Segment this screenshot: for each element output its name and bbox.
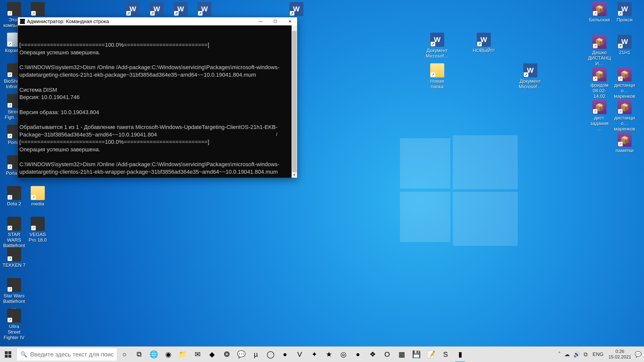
taskbar-search[interactable]: 🔍 bbox=[17, 348, 117, 361]
desktop-icon[interactable]: памятки bbox=[613, 133, 637, 153]
tray-chevron-icon[interactable]: ˄ bbox=[558, 351, 561, 358]
taskbar[interactable]: 🔍 ○⧉🌐◉📁✉◆❂💬µ◯●V✦★◎●❖O▦💾📝S▮ ˄ ☁ 🔊 ⧉ ENG 0… bbox=[0, 346, 644, 362]
taskbar-app-save[interactable]: 💾 bbox=[409, 347, 424, 362]
tray-volume-icon[interactable]: 🔊 bbox=[573, 351, 580, 358]
cmd-title: Администратор: Командная строка bbox=[27, 19, 253, 24]
taskbar-vegas[interactable]: V bbox=[292, 347, 307, 362]
desktop-icon-label: дист. задания … bbox=[587, 115, 612, 132]
taskbar-cortana-circle[interactable]: ○ bbox=[117, 347, 132, 362]
scroll-down-arrow[interactable]: ▼ bbox=[292, 172, 297, 178]
taskbar-task-view[interactable]: ⧉ bbox=[132, 347, 146, 362]
taskbar-skype[interactable]: S bbox=[438, 347, 453, 362]
desktop-icon[interactable]: media bbox=[26, 186, 50, 207]
taskbar-app-red[interactable]: ● bbox=[278, 347, 292, 362]
desktop-icon[interactable] bbox=[121, 2, 145, 17]
desktop-icon[interactable]: НОВЫЙ!!! bbox=[472, 33, 496, 53]
desktop-icon-label: НОВЫЙ!!! bbox=[472, 48, 496, 53]
cmd-body[interactable]: [==========================100.0%=======… bbox=[18, 25, 297, 178]
word-icon bbox=[150, 2, 164, 16]
scroll-thumb[interactable] bbox=[292, 31, 297, 172]
system-tray[interactable]: ˄ ☁ 🔊 ⧉ ENG 0:26 15.02.2021 💬 bbox=[558, 347, 644, 362]
taskbar-app-yellow[interactable]: ★ bbox=[321, 347, 336, 362]
desktop-icon[interactable]: VEGAS Pro 18.0 bbox=[26, 217, 50, 243]
word-icon bbox=[618, 2, 632, 16]
svg-rect-2 bbox=[5, 355, 8, 358]
desktop-icon-label: VEGAS Pro 18.0 bbox=[26, 232, 50, 243]
taskbar-app-note[interactable]: 📝 bbox=[424, 347, 438, 362]
desktop-icon-label: Прокси bbox=[613, 17, 637, 23]
desktop-icon[interactable] bbox=[192, 2, 217, 17]
desktop-icon-label: 21H1 bbox=[613, 50, 637, 55]
desktop-icon[interactable]: 21H1 bbox=[613, 35, 637, 55]
desktop-icon[interactable]: Новая папка bbox=[425, 63, 449, 89]
taskbar-origin[interactable]: ◯ bbox=[263, 347, 278, 362]
taskbar-utorrent[interactable]: µ bbox=[249, 347, 263, 362]
game-icon bbox=[7, 2, 21, 16]
desktop-icon[interactable]: Прокси bbox=[613, 2, 637, 23]
desktop-icon[interactable]: Документ Microsof… bbox=[518, 63, 542, 89]
tray-network-icon[interactable]: ⧉ bbox=[584, 351, 588, 358]
desktop-icon[interactable]: дистанцио… маренков… bbox=[613, 100, 637, 137]
desktop-icon[interactable] bbox=[26, 2, 50, 17]
desktop-icon-label: media bbox=[26, 201, 50, 207]
word-icon bbox=[197, 2, 212, 16]
taskbar-opera[interactable]: O bbox=[380, 347, 394, 362]
taskbar-cmd[interactable]: ▮ bbox=[453, 347, 467, 362]
desktop-icon[interactable]: фридом 08.02-14.02 bbox=[587, 67, 612, 99]
taskbar-discord[interactable]: 💬 bbox=[234, 347, 249, 362]
desktop-icon[interactable] bbox=[284, 2, 308, 17]
taskbar-app-brown[interactable]: ● bbox=[351, 347, 365, 362]
close-button[interactable]: ✕ bbox=[283, 17, 297, 25]
tray-language[interactable]: ENG bbox=[591, 350, 605, 358]
taskbar-edge[interactable]: 🌐 bbox=[146, 347, 161, 362]
folder-icon bbox=[430, 63, 444, 77]
rar-icon bbox=[618, 133, 632, 147]
tray-onedrive-icon[interactable]: ☁ bbox=[564, 351, 570, 358]
taskbar-davinci[interactable]: ✦ bbox=[307, 347, 321, 362]
game-icon bbox=[31, 2, 45, 16]
taskbar-explorer[interactable]: 📁 bbox=[176, 347, 190, 362]
desktop-icon[interactable]: Документ Microsof… bbox=[425, 33, 449, 59]
desktop-icon-label: Dota 2 bbox=[2, 201, 26, 207]
cmd-icon: C:\ bbox=[20, 19, 25, 24]
desktop-icon[interactable] bbox=[145, 2, 169, 17]
minimize-button[interactable]: — bbox=[253, 17, 268, 25]
cmd-window[interactable]: C:\ Администратор: Командная строка — ☐ … bbox=[18, 17, 297, 178]
tray-clock[interactable]: 0:26 15.02.2021 bbox=[609, 349, 631, 360]
maximize-button[interactable]: ☐ bbox=[268, 17, 283, 25]
cmd-titlebar[interactable]: C:\ Администратор: Командная строка — ☐ … bbox=[18, 17, 297, 25]
desktop-icon[interactable]: TEKKEN 7 bbox=[2, 247, 26, 268]
desktop-icon[interactable]: Dota 2 bbox=[2, 186, 26, 207]
desktop-icon[interactable]: дистанцио… маренков… bbox=[613, 67, 637, 104]
taskbar-app-grid[interactable]: ▦ bbox=[394, 347, 409, 362]
taskbar-mail[interactable]: ✉ bbox=[190, 347, 205, 362]
game-icon bbox=[7, 278, 21, 292]
desktop-icon-label: Star Wars Battlefront… bbox=[2, 293, 26, 310]
game-icon bbox=[7, 309, 21, 323]
word-icon bbox=[477, 33, 491, 47]
start-button[interactable] bbox=[0, 347, 16, 362]
taskbar-steam[interactable]: ❂ bbox=[219, 347, 234, 362]
desktop-icon[interactable]: Бельская bbox=[587, 2, 612, 23]
word-icon bbox=[126, 2, 140, 16]
desktop-icon[interactable] bbox=[169, 2, 193, 17]
tray-date: 15.02.2021 bbox=[609, 354, 631, 360]
rar-icon bbox=[592, 100, 607, 114]
desktop-icon[interactable]: дист. задания … bbox=[587, 100, 612, 132]
taskbar-obs[interactable]: ◎ bbox=[336, 347, 351, 362]
game-icon bbox=[31, 217, 45, 231]
taskbar-chrome[interactable]: ◉ bbox=[161, 347, 176, 362]
folder-icon bbox=[31, 186, 45, 200]
search-input[interactable] bbox=[30, 351, 113, 358]
taskbar-app-pink[interactable]: ❖ bbox=[365, 347, 380, 362]
word-icon bbox=[174, 2, 188, 16]
tray-notifications-icon[interactable]: 💬 bbox=[635, 351, 641, 358]
cmd-scrollbar[interactable]: ▲ ▼ bbox=[292, 25, 297, 178]
tray-time: 0:26 bbox=[609, 349, 631, 354]
taskbar-dota[interactable]: ◆ bbox=[205, 347, 219, 362]
rar-icon bbox=[592, 2, 607, 16]
game-icon bbox=[7, 217, 21, 231]
desktop-icon[interactable]: Дешко ДИСТАНЦИ… bbox=[587, 35, 612, 66]
desktop-icon[interactable]: Star Wars Battlefront… bbox=[2, 278, 26, 310]
desktop-icon[interactable]: Ultra Street Fighter IV bbox=[2, 309, 26, 340]
